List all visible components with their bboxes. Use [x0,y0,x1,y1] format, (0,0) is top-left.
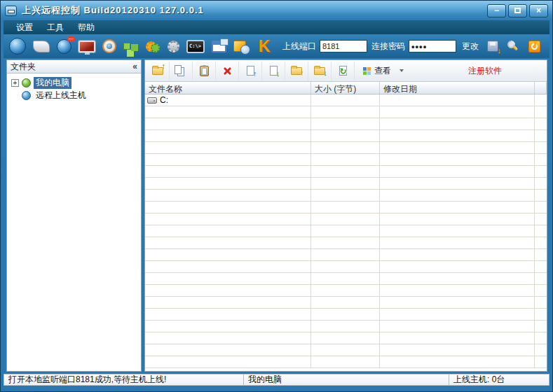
wrench-icon[interactable] [507,41,519,52]
table-row-empty [145,356,547,368]
power-icon[interactable] [528,41,540,52]
terminal-icon[interactable]: C:\> [186,40,205,53]
green-globe-icon [22,78,31,88]
close-button[interactable]: × [529,4,548,18]
table-row[interactable]: C: [145,94,547,106]
cell-filler [535,142,547,154]
webcam-icon[interactable] [102,39,116,53]
cell-size [311,214,380,225]
cell-date [380,118,535,130]
view-dropdown-arrow-icon[interactable] [397,62,407,80]
column-header-size[interactable]: 大小 (字节) [311,82,380,94]
parent-folder-button[interactable]: ↑ [146,62,170,80]
cell-filename [145,118,311,130]
window-title: 上兴远程控制 Build20120310 127.0.0.1 [22,4,204,17]
cell-filler [535,118,547,130]
cell-date [380,332,535,344]
registry-icon[interactable] [123,43,130,50]
remote-desktop-icon[interactable] [78,41,95,52]
view-grid-icon [363,67,371,75]
script-scroll-icon[interactable] [33,41,50,52]
cell-filename [145,321,311,332]
cell-size [311,273,380,285]
status-message: 打开本地监听端口8181成功,等待主机上线! [4,374,243,385]
cell-date [380,214,535,225]
minimize-button[interactable]: − [487,4,506,18]
port-input[interactable] [320,40,367,52]
cell-filename [145,237,311,249]
cell-size [311,166,380,178]
view-button[interactable]: 查看 [357,62,397,80]
cell-filler [535,178,547,190]
settings-gear-icon[interactable] [168,41,179,52]
k-tool-icon[interactable]: K [257,37,271,55]
windows-manager-icon[interactable] [212,41,226,52]
expand-icon[interactable]: + [11,79,19,87]
table-row-empty [145,154,547,166]
file-toolbar: ↑↑↓↑↓↻ 查看 注册软件 [145,60,547,82]
cell-size [311,261,380,273]
table-row-empty [145,178,547,190]
download-folder-button[interactable]: ↓ [308,62,332,80]
table-row-empty [145,309,547,321]
column-header-filler [535,82,547,94]
menu-item-1[interactable]: 工具 [40,20,71,35]
cell-date [380,225,535,237]
table-row-empty [145,332,547,344]
cell-size [311,118,380,130]
filename-text: C: [160,95,168,105]
table-row-empty [145,225,547,237]
file-toolbar-buttons: ↑↑↓↑↓↻ [146,62,355,80]
cell-filler [535,202,547,214]
cell-filename [145,214,311,225]
download-folder-icon: ↓ [314,67,325,75]
services-gears-icon[interactable] [146,41,156,52]
cell-size [311,130,380,142]
cell-filler [535,237,547,249]
plugin-clock-icon[interactable] [233,41,246,52]
online-hosts-globe-icon[interactable] [9,38,26,55]
maximize-button[interactable] [508,4,527,18]
tree-item-1[interactable]: 远程上线主机 [7,89,141,102]
copy-button[interactable] [170,62,193,80]
cell-size [311,142,380,154]
download-file-button[interactable]: ↓ [262,62,285,80]
delete-button[interactable] [216,62,239,80]
file-table-header: 文件名称 大小 (字节) 修改日期 [145,82,547,94]
cell-size [311,309,380,321]
cell-filler [535,261,547,273]
change-button[interactable]: 更改 [462,41,479,52]
cell-filler [535,214,547,225]
app-icon[interactable] [5,6,17,16]
cell-filler [535,249,547,261]
save-icon[interactable] [487,41,498,52]
upload-folder-button[interactable]: ↑ [285,62,308,80]
password-input[interactable] [409,40,456,52]
cell-filler [535,332,547,344]
refresh-button[interactable]: ↻ [332,62,355,80]
maximize-icon [514,8,521,13]
column-header-date[interactable]: 修改日期 [380,82,535,94]
register-software-link[interactable]: 注册软件 [468,65,502,77]
table-row-empty [145,214,547,225]
column-header-filename[interactable]: 文件名称 [145,82,311,94]
upload-file-button[interactable]: ↑ [239,62,262,80]
menu-item-0[interactable]: 设置 [9,20,40,35]
message-broadcast-icon[interactable] [57,39,71,54]
cell-date [380,356,535,368]
table-row-empty [145,321,547,332]
collapse-panel-button[interactable]: « [132,60,137,73]
cell-date [380,237,535,249]
table-row-empty [145,106,547,118]
toolbar-right-icons [487,41,549,52]
table-row-empty [145,285,547,297]
paste-button[interactable] [193,62,216,80]
refresh-icon: ↻ [339,66,347,76]
menu-item-2[interactable]: 帮助 [71,20,102,35]
cell-date [380,297,535,309]
cell-filler [535,356,547,368]
cell-filler [535,309,547,321]
tree-item-0[interactable]: +我的电脑 [7,76,141,89]
cell-filler [535,130,547,142]
tree-item-label: 我的电脑 [34,77,71,89]
